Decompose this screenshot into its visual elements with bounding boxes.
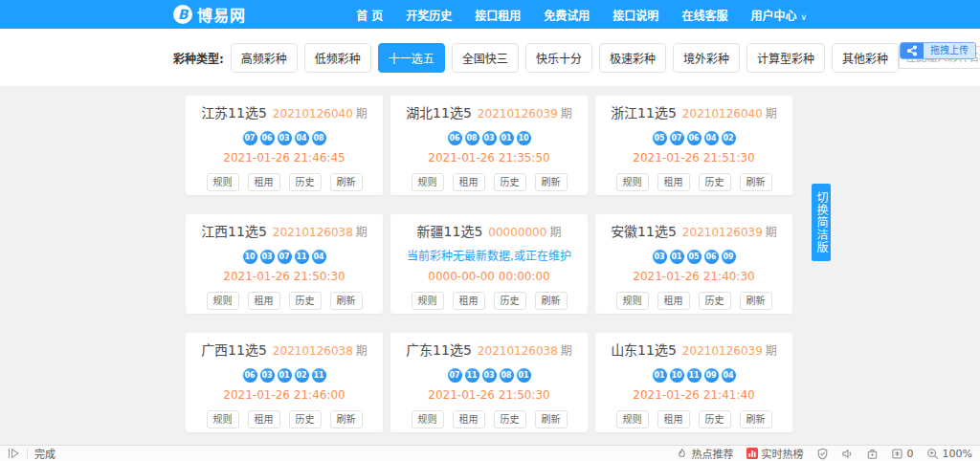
nav-item-home[interactable]: 首 页 bbox=[356, 7, 383, 23]
status-bar-tools: 热点推荐 实时热榜 0 100% bbox=[676, 446, 972, 461]
card-title-row: 山东11选520210126039期 bbox=[595, 343, 792, 359]
period-suffix-label: 期 bbox=[549, 226, 561, 239]
rent-button[interactable]: 租用 bbox=[657, 410, 690, 428]
refresh-button[interactable]: 刷新 bbox=[740, 173, 772, 191]
nav-item-api-rental[interactable]: 接口租用 bbox=[475, 7, 521, 23]
history-button[interactable]: 历史 bbox=[289, 173, 322, 191]
rent-button[interactable]: 租用 bbox=[453, 292, 485, 310]
rules-button[interactable]: 规则 bbox=[412, 410, 444, 428]
filter-national-kuai3[interactable]: 全国快三 bbox=[452, 43, 519, 73]
lottery-ball: 01 bbox=[499, 130, 515, 146]
history-button[interactable]: 历史 bbox=[289, 292, 322, 310]
refresh-button[interactable]: 刷新 bbox=[535, 410, 568, 428]
rent-button[interactable]: 租用 bbox=[657, 173, 690, 191]
filter-high-frequency[interactable]: 高频彩种 bbox=[231, 43, 298, 73]
nav-item-free-trial[interactable]: 免费试用 bbox=[544, 7, 590, 23]
card-period: 20210126038 bbox=[478, 344, 558, 358]
adblock-counter[interactable]: 0 bbox=[891, 448, 914, 460]
refresh-button[interactable]: 刷新 bbox=[330, 292, 363, 310]
logo-text: 博易网 bbox=[197, 3, 246, 26]
filter-speed[interactable]: 极速彩种 bbox=[599, 43, 666, 73]
draw-numbers: 1003071104 bbox=[186, 249, 383, 265]
rules-button[interactable]: 规则 bbox=[616, 173, 649, 191]
card-actions: 规则租用历史刷新 bbox=[595, 410, 792, 428]
play-icon[interactable] bbox=[8, 448, 20, 459]
period-suffix-label: 期 bbox=[766, 226, 777, 239]
card-period: 20210126039 bbox=[682, 344, 763, 358]
history-button[interactable]: 历史 bbox=[699, 410, 731, 428]
page-load-status: 完成 bbox=[34, 446, 56, 461]
rules-button[interactable]: 规则 bbox=[207, 173, 239, 191]
rent-button[interactable]: 租用 bbox=[248, 410, 280, 428]
rules-button[interactable]: 规则 bbox=[207, 292, 239, 310]
card-title-row: 湖北11选520210126039期 bbox=[390, 106, 588, 121]
card-period: 20210126039 bbox=[478, 107, 558, 121]
status-divider bbox=[27, 449, 28, 458]
filter-calculated[interactable]: 计算型彩种 bbox=[746, 43, 825, 73]
history-button[interactable]: 历史 bbox=[494, 173, 526, 191]
downloads-button[interactable] bbox=[866, 448, 879, 460]
draw-time: 2021-01-26 21:50:30 bbox=[390, 389, 588, 402]
filter-type-label: 彩种类型: bbox=[173, 50, 224, 66]
lottery-ball: 03 bbox=[277, 130, 293, 146]
rules-button[interactable]: 规则 bbox=[207, 410, 239, 428]
hot-recommend-toggle[interactable]: 热点推荐 bbox=[676, 446, 734, 461]
filter-low-frequency[interactable]: 低频彩种 bbox=[304, 43, 371, 73]
sound-button[interactable] bbox=[841, 448, 854, 460]
card-title: 湖北11选5 bbox=[406, 105, 472, 121]
rent-button[interactable]: 租用 bbox=[248, 173, 280, 191]
draw-time: 2021-01-26 21:41:40 bbox=[595, 389, 792, 402]
nav-item-draw-history[interactable]: 开奖历史 bbox=[406, 7, 452, 23]
filter-overseas[interactable]: 境外彩种 bbox=[673, 43, 740, 73]
lottery-ball: 03 bbox=[481, 130, 498, 146]
lottery-ball: 06 bbox=[259, 130, 276, 146]
rules-button[interactable]: 规则 bbox=[616, 292, 649, 310]
rules-button[interactable]: 规则 bbox=[412, 292, 444, 310]
refresh-button[interactable]: 刷新 bbox=[740, 410, 772, 428]
nav-item-user-center[interactable]: 用户中心∨ bbox=[750, 7, 807, 23]
drag-upload-widget[interactable]: 拖拽上传 bbox=[900, 42, 976, 59]
lottery-ball: 02 bbox=[721, 130, 737, 146]
security-check-button[interactable] bbox=[816, 448, 829, 460]
draw-time: 2021-01-26 21:50:30 bbox=[186, 271, 383, 283]
card-title-row: 广东11选520210126038期 bbox=[390, 343, 588, 359]
filter-button-group: 高频彩种低频彩种十一选五全国快三快乐十分极速彩种境外彩种计算型彩种其他彩种 bbox=[224, 43, 899, 73]
history-button[interactable]: 历史 bbox=[289, 410, 322, 428]
refresh-button[interactable]: 刷新 bbox=[330, 410, 363, 428]
history-button[interactable]: 历史 bbox=[699, 292, 731, 310]
filter-other[interactable]: 其他彩种 bbox=[832, 43, 899, 73]
filter-eleven-pick-five[interactable]: 十一选五 bbox=[378, 43, 445, 73]
rules-button[interactable]: 规则 bbox=[616, 410, 649, 428]
realtime-hot-toggle[interactable]: 实时热榜 bbox=[746, 446, 804, 461]
rent-button[interactable]: 租用 bbox=[248, 292, 280, 310]
refresh-button[interactable]: 刷新 bbox=[330, 173, 363, 191]
history-button[interactable]: 历史 bbox=[699, 173, 731, 191]
refresh-button[interactable]: 刷新 bbox=[740, 292, 772, 310]
refresh-button[interactable]: 刷新 bbox=[535, 173, 568, 191]
card-actions: 规则租用历史刷新 bbox=[186, 410, 383, 428]
rules-button[interactable]: 规则 bbox=[412, 173, 444, 191]
switch-simple-version-tab[interactable]: 切换简洁版 bbox=[812, 184, 831, 261]
card-period: 00000000 bbox=[488, 226, 546, 239]
nav-item-api-docs[interactable]: 接口说明 bbox=[612, 7, 658, 23]
filter-happy-ten[interactable]: 快乐十分 bbox=[525, 43, 592, 73]
rent-button[interactable]: 租用 bbox=[453, 173, 485, 191]
draw-time: 2021-01-26 21:40:30 bbox=[595, 271, 792, 283]
zoom-control[interactable]: 100% bbox=[926, 448, 972, 460]
refresh-button[interactable]: 刷新 bbox=[535, 292, 568, 310]
lottery-ball: 03 bbox=[259, 367, 276, 384]
history-button[interactable]: 历史 bbox=[494, 292, 526, 310]
main-nav: 首 页开奖历史接口租用免费试用接口说明在线客服用户中心∨ bbox=[356, 7, 807, 23]
nav-item-online-service[interactable]: 在线客服 bbox=[681, 7, 727, 23]
chevron-down-icon: ∨ bbox=[800, 12, 807, 22]
draw-numbers: 0706030408 bbox=[186, 130, 383, 146]
upload-label: 拖拽上传 bbox=[924, 43, 975, 58]
history-button[interactable]: 历史 bbox=[494, 410, 526, 428]
card-title: 安徽11选5 bbox=[611, 224, 677, 239]
site-logo[interactable]: B 博易网 bbox=[173, 3, 246, 26]
draw-time: 0000-00-00 00:00:00 bbox=[390, 271, 588, 283]
rent-button[interactable]: 租用 bbox=[453, 410, 485, 428]
period-suffix-label: 期 bbox=[356, 107, 368, 121]
rent-button[interactable]: 租用 bbox=[657, 292, 690, 310]
draw-time: 2021-01-26 21:46:45 bbox=[186, 152, 383, 165]
